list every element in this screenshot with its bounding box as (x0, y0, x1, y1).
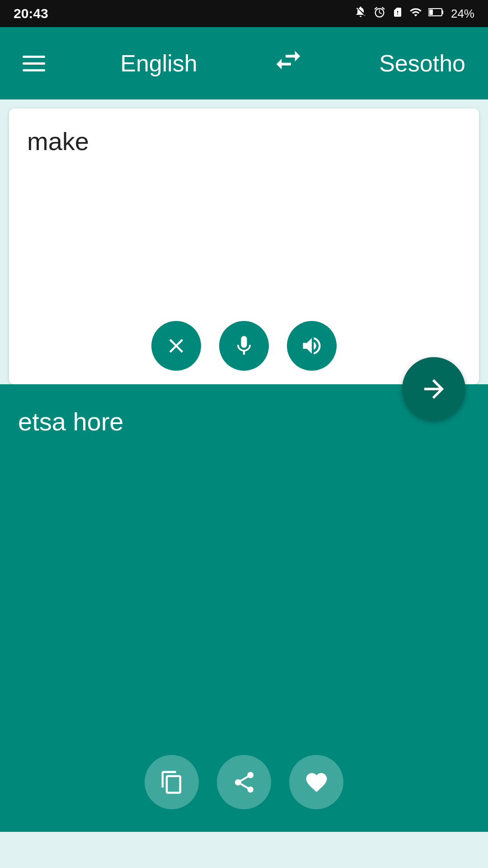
battery-percent: 24% (451, 7, 474, 21)
input-controls (151, 321, 337, 371)
input-area: make (9, 108, 479, 384)
clear-button[interactable] (151, 321, 201, 371)
target-language-button[interactable]: Sesotho (379, 50, 465, 77)
output-text: etsa hore (18, 407, 470, 436)
sim-icon (392, 6, 403, 21)
status-time: 20:43 (14, 6, 48, 21)
menu-button[interactable] (23, 56, 45, 71)
battery-icon (428, 6, 445, 22)
svg-rect-2 (442, 10, 443, 14)
signal-icon (409, 6, 422, 22)
alarm-icon (373, 6, 386, 22)
status-icons: 24% (354, 6, 474, 22)
favorite-button[interactable] (289, 755, 343, 809)
input-text[interactable]: make (27, 127, 461, 156)
toolbar: English Sesotho (0, 27, 488, 99)
copy-button[interactable] (145, 755, 199, 809)
output-controls (145, 755, 343, 809)
output-area: etsa hore (0, 384, 488, 832)
translate-button[interactable] (402, 357, 465, 420)
speak-button[interactable] (287, 321, 337, 371)
share-button[interactable] (217, 755, 271, 809)
swap-languages-button[interactable] (272, 44, 304, 82)
notification-muted-icon (354, 6, 367, 22)
status-bar: 20:43 (0, 0, 488, 27)
source-language-button[interactable]: English (120, 50, 197, 77)
microphone-button[interactable] (219, 321, 269, 371)
main-content: make (0, 108, 488, 832)
svg-rect-1 (429, 9, 433, 15)
